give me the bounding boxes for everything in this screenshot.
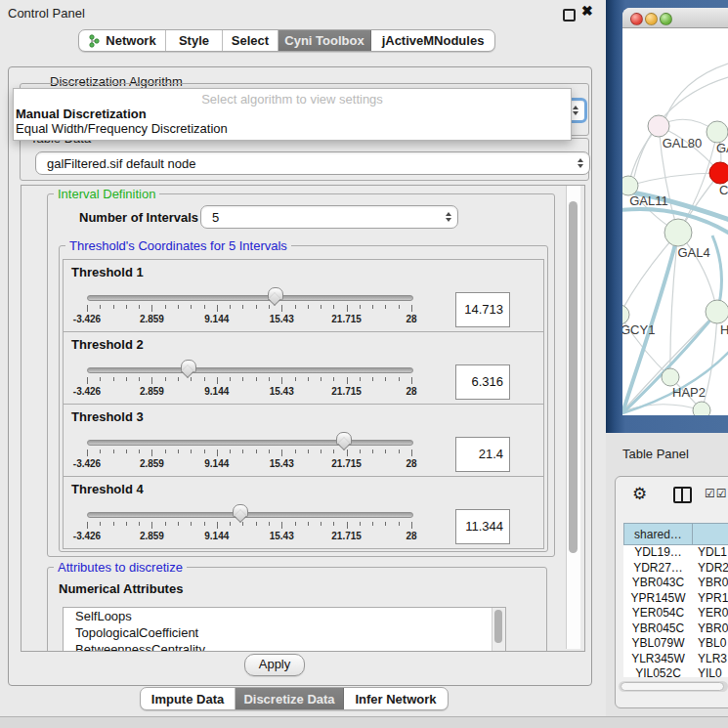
cell-name[interactable]: YIL0 (693, 666, 722, 677)
tab-select[interactable]: Select (223, 30, 278, 51)
cell-shared-name[interactable]: YBR043C (623, 576, 693, 591)
tab-infer-network[interactable]: Infer Network (344, 688, 448, 709)
attributes-scrollbar[interactable] (492, 608, 505, 651)
threshold-slider-track[interactable] (87, 440, 413, 446)
table-row[interactable]: YBL079WYBL0 (623, 636, 728, 652)
network-edge[interactable] (622, 233, 678, 315)
threshold-value-field[interactable]: 14.713 (455, 292, 510, 327)
cell-shared-name[interactable]: YPR145W (623, 591, 693, 607)
network-node-label: GCY1 (622, 322, 655, 337)
table-panel-title: Table Panel (622, 447, 689, 461)
major-tick (151, 450, 152, 456)
cell-shared-name[interactable]: YLR345W (623, 652, 693, 667)
column-header-name[interactable]: n (693, 524, 728, 544)
network-node-h[interactable] (706, 300, 728, 323)
float-window-icon[interactable] (563, 9, 576, 21)
gear-icon[interactable]: ⚙ (632, 484, 647, 504)
number-of-intervals-combobox[interactable]: 5 (200, 205, 458, 229)
apply-button[interactable]: Apply (244, 654, 305, 676)
columns-icon[interactable] (673, 487, 692, 503)
attribute-item[interactable]: SelfLoops (64, 608, 505, 624)
tab-discretize-data[interactable]: Discretize Data (236, 688, 344, 709)
network-node-hap2[interactable] (662, 368, 679, 386)
table-row[interactable]: YBR043CYBR0 (623, 576, 728, 591)
cell-shared-name[interactable]: YER054C (623, 606, 693, 621)
network-node[interactable] (693, 402, 710, 415)
cell-shared-name[interactable]: YBR045C (623, 621, 693, 637)
algorithm-option-equal-width[interactable]: Equal Width/Frequency Discretization (14, 121, 571, 136)
tab-cyni-toolbox[interactable]: Cyni Toolbox (278, 30, 371, 51)
major-tick (217, 522, 218, 529)
threshold-row: Threshold 1-3.4262.8599.14415.4321.71528… (63, 259, 544, 332)
threshold-value-field[interactable]: 21.4 (455, 437, 510, 472)
threshold-slider-thumb[interactable] (336, 432, 352, 446)
threshold-value-field[interactable]: 11.344 (455, 509, 510, 544)
attribute-item[interactable]: BetweennessCentrality (64, 641, 505, 652)
table-row[interactable]: YBR045CYBR0 (623, 621, 728, 637)
numerical-attributes-list[interactable]: SelfLoopsTopologicalCoefficientBetweenne… (63, 607, 506, 652)
major-tick (281, 522, 282, 529)
cell-name[interactable]: YER0 (693, 606, 728, 621)
table-horizontal-scrollbar-thumb[interactable] (621, 682, 724, 691)
table-horizontal-scrollbar[interactable] (619, 681, 728, 692)
threshold-slider-thumb[interactable] (233, 504, 248, 518)
cell-name[interactable]: YBL0 (693, 636, 726, 652)
tab-style[interactable]: Style (166, 30, 223, 51)
column-header-shared-name[interactable]: shared… (624, 524, 693, 544)
threshold-slider-thumb[interactable] (268, 287, 283, 301)
network-node-gal4[interactable] (664, 219, 692, 246)
table-row[interactable]: YPR145WYPR1 (623, 591, 728, 607)
cell-name[interactable]: YBR0 (693, 576, 728, 591)
settings-scrollbar[interactable] (566, 186, 580, 649)
attribute-item[interactable]: TopologicalCoefficient (64, 624, 505, 641)
table-data-combobox[interactable]: galFiltered.sif default node (35, 151, 590, 175)
checkboxes-icon[interactable]: ☑☑ (705, 487, 728, 500)
cell-name[interactable]: YDL1 (693, 545, 727, 561)
table-row[interactable]: YDR27…YDR2 (623, 561, 728, 577)
minimize-traffic-light-icon[interactable] (645, 13, 658, 25)
minor-tick (204, 377, 205, 381)
tab-jactivemnodules[interactable]: jActiveMNodules (371, 30, 494, 51)
settings-scrollbar-thumb[interactable] (569, 201, 578, 553)
tick-label: -3.426 (73, 458, 101, 469)
threshold-slider-track[interactable] (87, 512, 413, 518)
network-node-gcy1[interactable] (622, 305, 629, 324)
network-node-c[interactable] (709, 162, 728, 184)
cell-name[interactable]: YDR2 (693, 561, 728, 577)
tab-network[interactable]: Network (79, 30, 166, 51)
attributes-scrollbar-thumb[interactable] (494, 610, 502, 643)
network-node-label: GA (716, 141, 728, 155)
threshold-slider-track[interactable] (87, 367, 413, 373)
threshold-label: Threshold 1 (71, 265, 144, 279)
threshold-slider-track[interactable] (87, 295, 413, 301)
network-node-label: GAL80 (663, 136, 702, 150)
table-row[interactable]: YER054CYER0 (623, 606, 728, 621)
cell-shared-name[interactable]: YBL079W (623, 636, 693, 652)
minor-tick (321, 450, 321, 453)
cell-name[interactable]: YBR0 (693, 621, 728, 637)
close-traffic-light-icon[interactable] (630, 13, 643, 25)
network-window-titlebar[interactable] (622, 8, 728, 28)
network-node-gal11[interactable] (622, 176, 638, 195)
table-row[interactable]: YIL052CYIL0 (623, 666, 728, 677)
major-tick (217, 305, 218, 312)
cell-name[interactable]: YPR1 (693, 591, 728, 607)
cell-name[interactable]: YLR3 (693, 652, 727, 667)
threshold-slider-thumb[interactable] (181, 360, 196, 373)
close-icon[interactable]: ✖ (581, 3, 593, 19)
network-canvas[interactable]: GAL80GACGAL11GAL4GCY1HHAP2 (622, 28, 728, 415)
cell-shared-name[interactable]: YDL19… (623, 545, 693, 561)
cell-shared-name[interactable]: YDR27… (623, 561, 693, 577)
network-edge[interactable] (628, 173, 720, 186)
algorithm-placeholder-option[interactable]: Select algorithm to view settings (14, 92, 571, 107)
tick-label: 21.715 (331, 531, 362, 541)
threshold-value-field[interactable]: 6.316 (455, 364, 510, 400)
table-row[interactable]: YLR345WYLR3 (623, 652, 728, 667)
cell-shared-name[interactable]: YIL052C (623, 666, 693, 677)
table-row[interactable]: YDL19…YDL1 (623, 545, 728, 561)
network-node-gal80[interactable] (648, 115, 669, 137)
network-node-ga[interactable] (707, 121, 728, 143)
zoom-traffic-light-icon[interactable] (660, 13, 672, 25)
tab-impute-data[interactable]: Impute Data (141, 688, 236, 709)
algorithm-option-manual[interactable]: Manual Discretization (14, 107, 571, 121)
